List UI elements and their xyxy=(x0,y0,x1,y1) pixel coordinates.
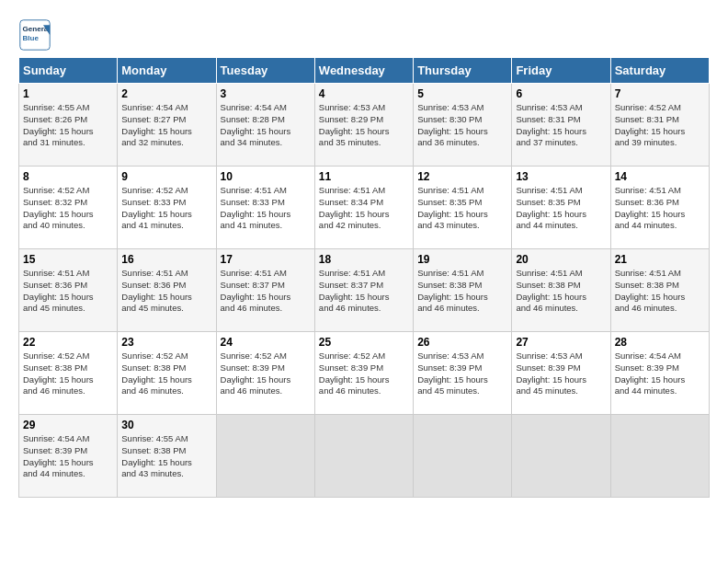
calendar-cell xyxy=(414,415,512,498)
calendar-header-wednesday: Wednesday xyxy=(314,58,413,84)
day-number: 12 xyxy=(417,170,507,183)
calendar-cell: 18Sunrise: 4:51 AM Sunset: 8:37 PM Dayli… xyxy=(314,249,413,332)
day-info: Sunrise: 4:52 AM Sunset: 8:33 PM Dayligh… xyxy=(121,185,211,232)
calendar-header-monday: Monday xyxy=(118,58,216,84)
calendar-cell: 3Sunrise: 4:54 AM Sunset: 8:28 PM Daylig… xyxy=(216,84,314,167)
calendar-week-row: 15Sunrise: 4:51 AM Sunset: 8:36 PM Dayli… xyxy=(19,249,710,332)
day-info: Sunrise: 4:51 AM Sunset: 8:35 PM Dayligh… xyxy=(516,185,606,232)
day-number: 25 xyxy=(319,336,409,349)
calendar-week-row: 22Sunrise: 4:52 AM Sunset: 8:38 PM Dayli… xyxy=(19,332,710,415)
day-number: 9 xyxy=(121,170,211,183)
day-info: Sunrise: 4:51 AM Sunset: 8:35 PM Dayligh… xyxy=(417,185,507,232)
calendar-cell: 5Sunrise: 4:53 AM Sunset: 8:30 PM Daylig… xyxy=(414,84,512,167)
day-info: Sunrise: 4:55 AM Sunset: 8:26 PM Dayligh… xyxy=(23,102,113,149)
calendar-week-row: 29Sunrise: 4:54 AM Sunset: 8:39 PM Dayli… xyxy=(19,415,710,498)
calendar-header-thursday: Thursday xyxy=(414,58,512,84)
calendar-cell: 28Sunrise: 4:54 AM Sunset: 8:39 PM Dayli… xyxy=(610,332,709,415)
day-number: 10 xyxy=(221,170,311,183)
day-info: Sunrise: 4:53 AM Sunset: 8:29 PM Dayligh… xyxy=(319,102,409,149)
calendar-cell: 14Sunrise: 4:51 AM Sunset: 8:36 PM Dayli… xyxy=(610,167,709,249)
day-number: 3 xyxy=(221,87,311,100)
day-number: 15 xyxy=(23,253,113,266)
calendar-cell: 11Sunrise: 4:51 AM Sunset: 8:34 PM Dayli… xyxy=(314,167,413,249)
calendar-cell: 21Sunrise: 4:51 AM Sunset: 8:38 PM Dayli… xyxy=(610,249,709,332)
day-number: 27 xyxy=(516,336,606,349)
calendar-cell: 9Sunrise: 4:52 AM Sunset: 8:33 PM Daylig… xyxy=(118,167,216,249)
logo-icon: General Blue xyxy=(18,18,51,52)
day-info: Sunrise: 4:52 AM Sunset: 8:38 PM Dayligh… xyxy=(121,350,211,397)
day-number: 5 xyxy=(417,87,507,100)
day-info: Sunrise: 4:52 AM Sunset: 8:39 PM Dayligh… xyxy=(319,350,409,397)
calendar-cell: 15Sunrise: 4:51 AM Sunset: 8:36 PM Dayli… xyxy=(19,249,118,332)
calendar-cell: 2Sunrise: 4:54 AM Sunset: 8:27 PM Daylig… xyxy=(118,84,216,167)
day-number: 20 xyxy=(516,253,606,266)
calendar-cell: 25Sunrise: 4:52 AM Sunset: 8:39 PM Dayli… xyxy=(314,332,413,415)
day-info: Sunrise: 4:51 AM Sunset: 8:38 PM Dayligh… xyxy=(615,268,705,315)
day-info: Sunrise: 4:53 AM Sunset: 8:30 PM Dayligh… xyxy=(417,102,507,149)
svg-text:Blue: Blue xyxy=(23,34,40,42)
day-info: Sunrise: 4:54 AM Sunset: 8:27 PM Dayligh… xyxy=(121,102,211,149)
day-number: 2 xyxy=(121,87,211,100)
day-info: Sunrise: 4:51 AM Sunset: 8:34 PM Dayligh… xyxy=(319,185,409,232)
logo: General Blue xyxy=(18,18,55,52)
day-info: Sunrise: 4:52 AM Sunset: 8:39 PM Dayligh… xyxy=(221,350,311,397)
day-info: Sunrise: 4:53 AM Sunset: 8:31 PM Dayligh… xyxy=(516,102,606,149)
day-number: 4 xyxy=(319,87,409,100)
day-number: 16 xyxy=(121,253,211,266)
day-number: 7 xyxy=(615,87,705,100)
calendar-cell: 10Sunrise: 4:51 AM Sunset: 8:33 PM Dayli… xyxy=(216,167,314,249)
calendar-cell xyxy=(314,415,413,498)
page-header: General Blue xyxy=(18,18,710,52)
day-info: Sunrise: 4:53 AM Sunset: 8:39 PM Dayligh… xyxy=(516,350,606,397)
day-number: 8 xyxy=(23,170,113,183)
day-number: 6 xyxy=(516,87,606,100)
calendar-cell: 17Sunrise: 4:51 AM Sunset: 8:37 PM Dayli… xyxy=(216,249,314,332)
day-number: 14 xyxy=(615,170,705,183)
day-info: Sunrise: 4:51 AM Sunset: 8:36 PM Dayligh… xyxy=(615,185,705,232)
calendar-cell xyxy=(610,415,709,498)
day-info: Sunrise: 4:53 AM Sunset: 8:39 PM Dayligh… xyxy=(417,350,507,397)
day-number: 28 xyxy=(615,336,705,349)
day-number: 18 xyxy=(319,253,409,266)
day-info: Sunrise: 4:51 AM Sunset: 8:36 PM Dayligh… xyxy=(23,268,113,315)
calendar-week-row: 8Sunrise: 4:52 AM Sunset: 8:32 PM Daylig… xyxy=(19,167,710,249)
calendar-cell: 30Sunrise: 4:55 AM Sunset: 8:38 PM Dayli… xyxy=(118,415,216,498)
calendar-cell: 7Sunrise: 4:52 AM Sunset: 8:31 PM Daylig… xyxy=(610,84,709,167)
calendar-header-row: SundayMondayTuesdayWednesdayThursdayFrid… xyxy=(19,58,710,84)
day-number: 30 xyxy=(121,419,211,431)
day-info: Sunrise: 4:54 AM Sunset: 8:39 PM Dayligh… xyxy=(23,433,113,480)
calendar-week-row: 1Sunrise: 4:55 AM Sunset: 8:26 PM Daylig… xyxy=(19,84,710,167)
day-number: 24 xyxy=(221,336,311,349)
calendar-cell: 22Sunrise: 4:52 AM Sunset: 8:38 PM Dayli… xyxy=(19,332,118,415)
day-number: 21 xyxy=(615,253,705,266)
day-info: Sunrise: 4:51 AM Sunset: 8:36 PM Dayligh… xyxy=(121,268,211,315)
day-info: Sunrise: 4:52 AM Sunset: 8:38 PM Dayligh… xyxy=(23,350,113,397)
day-number: 1 xyxy=(23,87,113,100)
day-number: 13 xyxy=(516,170,606,183)
calendar-header-saturday: Saturday xyxy=(610,58,709,84)
calendar-table: SundayMondayTuesdayWednesdayThursdayFrid… xyxy=(18,57,710,498)
day-info: Sunrise: 4:55 AM Sunset: 8:38 PM Dayligh… xyxy=(121,433,211,480)
calendar-cell: 19Sunrise: 4:51 AM Sunset: 8:38 PM Dayli… xyxy=(414,249,512,332)
calendar-cell: 1Sunrise: 4:55 AM Sunset: 8:26 PM Daylig… xyxy=(19,84,118,167)
calendar-cell: 24Sunrise: 4:52 AM Sunset: 8:39 PM Dayli… xyxy=(216,332,314,415)
day-info: Sunrise: 4:52 AM Sunset: 8:32 PM Dayligh… xyxy=(23,185,113,232)
calendar-cell: 26Sunrise: 4:53 AM Sunset: 8:39 PM Dayli… xyxy=(414,332,512,415)
day-info: Sunrise: 4:51 AM Sunset: 8:38 PM Dayligh… xyxy=(417,268,507,315)
day-number: 17 xyxy=(221,253,311,266)
calendar-cell: 27Sunrise: 4:53 AM Sunset: 8:39 PM Dayli… xyxy=(512,332,610,415)
day-info: Sunrise: 4:51 AM Sunset: 8:37 PM Dayligh… xyxy=(221,268,311,315)
day-number: 19 xyxy=(417,253,507,266)
calendar-cell: 4Sunrise: 4:53 AM Sunset: 8:29 PM Daylig… xyxy=(314,84,413,167)
day-info: Sunrise: 4:54 AM Sunset: 8:28 PM Dayligh… xyxy=(221,102,311,149)
calendar-cell: 8Sunrise: 4:52 AM Sunset: 8:32 PM Daylig… xyxy=(19,167,118,249)
calendar-body: 1Sunrise: 4:55 AM Sunset: 8:26 PM Daylig… xyxy=(19,84,710,498)
calendar-header-sunday: Sunday xyxy=(19,58,118,84)
day-info: Sunrise: 4:52 AM Sunset: 8:31 PM Dayligh… xyxy=(615,102,705,149)
calendar-cell: 13Sunrise: 4:51 AM Sunset: 8:35 PM Dayli… xyxy=(512,167,610,249)
day-number: 11 xyxy=(319,170,409,183)
calendar-cell: 20Sunrise: 4:51 AM Sunset: 8:38 PM Dayli… xyxy=(512,249,610,332)
calendar-cell: 29Sunrise: 4:54 AM Sunset: 8:39 PM Dayli… xyxy=(19,415,118,498)
calendar-header-friday: Friday xyxy=(512,58,610,84)
day-number: 23 xyxy=(121,336,211,349)
